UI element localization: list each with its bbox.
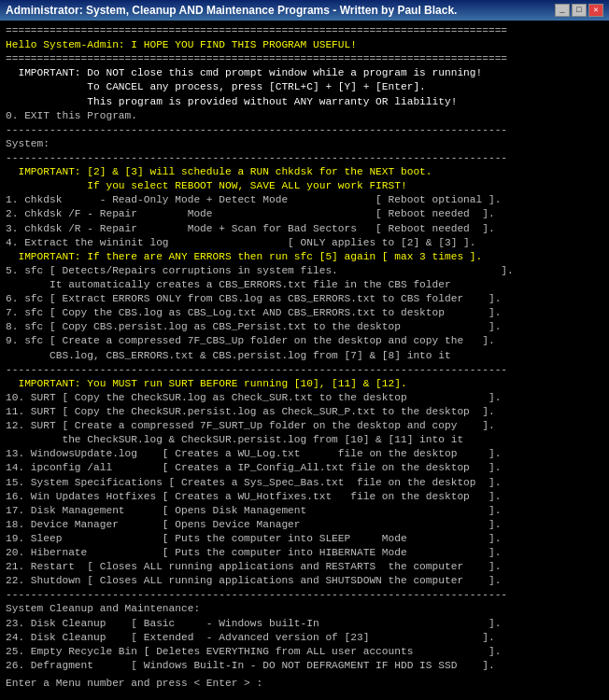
console-line: If you select REBOOT NOW, SAVE ALL your … (6, 179, 603, 193)
title-bar: Administrator: System, Cleanup AND Maint… (0, 0, 609, 21)
console-line: 16. Win Updates Hotfixes [ Creates a WU_… (6, 490, 603, 504)
title-bar-text: Administrator: System, Cleanup AND Maint… (6, 4, 457, 17)
console-line: 0. EXIT this Program. (6, 109, 603, 123)
console-line: To CANCEL any process, press [CTRL+C] + … (6, 80, 603, 94)
console-line: 24. Disk Cleanup [ Extended - Advanced v… (6, 631, 603, 645)
console-line: 22. Shutdown [ Closes ALL running applic… (6, 574, 603, 588)
console-line: ----------------------------------------… (6, 151, 603, 165)
console-line: ----------------------------------------… (6, 123, 603, 137)
console-line: IMPORTANT: Do NOT close this cmd prompt … (6, 66, 603, 80)
maximize-button[interactable]: □ (572, 4, 587, 17)
console-line: 12. SURT [ Create a compressed 7F_SURT_U… (6, 419, 603, 433)
console-line: 1. chkdsk - Read-Only Mode + Detect Mode… (6, 193, 603, 207)
console-line: 26. Defragment [ Windows Built-In - DO N… (6, 659, 603, 673)
console-line: It automatically creates a CBS_ERRORS.tx… (6, 278, 603, 292)
console-line: 10. SURT [ Copy the CheckSUR.log as Chec… (6, 391, 603, 405)
input-prompt: Enter a Menu number and press < Enter > … (6, 677, 603, 691)
console-line: 14. ipconfig /all [ Creates a IP_Config_… (6, 461, 603, 475)
console-line: 20. Hibernate [ Puts the computer into H… (6, 546, 603, 560)
console-line: 11. SURT [ Copy the CheckSUR.persist.log… (6, 405, 603, 419)
console-line: Hello System-Admin: I HOPE YOU FIND THIS… (6, 38, 603, 52)
console-line: 15. System Specifications [ Creates a Sy… (6, 476, 603, 490)
console-area: ========================================… (0, 21, 609, 700)
console-line: 9. sfc [ Create a compressed 7F_CBS_Up f… (6, 334, 603, 348)
console-line: 25. Empty Recycle Bin [ Deletes EVERYTHI… (6, 645, 603, 659)
console-line: 13. WindowsUpdate.log [ Creates a WU_Log… (6, 447, 603, 461)
console-line: 4. Extract the wininit log [ ONLY applie… (6, 236, 603, 250)
console-line: System Cleanup and Maintenance: (6, 602, 603, 616)
console-line: ----------------------------------------… (6, 588, 603, 602)
title-bar-buttons: _ □ ✕ (555, 4, 603, 17)
console-line: 6. sfc [ Extract ERRORS ONLY from CBS.lo… (6, 292, 603, 306)
console-line: IMPORTANT: [2] & [3] will schedule a RUN… (6, 165, 603, 179)
console-line: System: (6, 137, 603, 151)
console-line: 23. Disk Cleanup [ Basic - Windows built… (6, 617, 603, 631)
console-line: 2. chkdsk /F - Repair Mode [ Reboot need… (6, 207, 603, 221)
console-line: CBS.log, CBS_ERRORS.txt & CBS.persist.lo… (6, 349, 603, 363)
console-line: the CheckSUR.log & CheckSUR.persist.log … (6, 433, 603, 447)
console-line: This program is provided without ANY war… (6, 95, 603, 109)
console-line: IMPORTANT: If there are ANY ERRORS then … (6, 250, 603, 264)
console-line: ----------------------------------------… (6, 363, 603, 377)
console-line: ========================================… (6, 24, 603, 38)
minimize-button[interactable]: _ (555, 4, 570, 17)
console-line: ========================================… (6, 52, 603, 66)
console-line: 7. sfc [ Copy the CBS.log as CBS_Log.txt… (6, 306, 603, 320)
console-line: 19. Sleep [ Puts the computer into SLEEP… (6, 532, 603, 546)
close-button[interactable]: ✕ (588, 4, 603, 17)
console-line: 8. sfc [ Copy CBS.persist.log as CBS_Per… (6, 320, 603, 334)
console-line: IMPORTANT: You MUST run SURT BEFORE runn… (6, 377, 603, 391)
console-line: 17. Disk Management [ Opens Disk Managem… (6, 504, 603, 518)
console-line: 5. sfc [ Detects/Repairs corruptions in … (6, 264, 603, 278)
console-line: 18. Device Manager [ Opens Device Manage… (6, 518, 603, 532)
console-line: 3. chkdsk /R - Repair Mode + Scan for Ba… (6, 222, 603, 236)
console-line: 21. Restart [ Closes ALL running applica… (6, 560, 603, 574)
